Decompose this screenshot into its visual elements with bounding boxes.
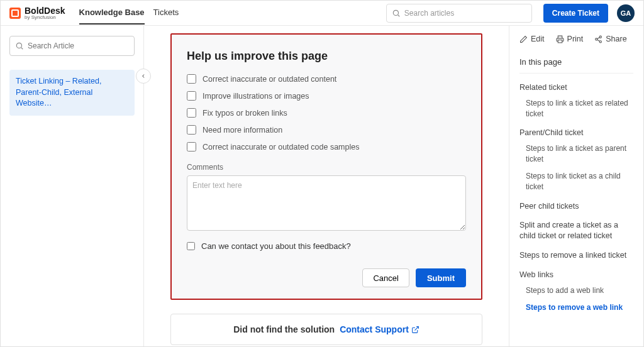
- svg-point-0: [393, 10, 398, 15]
- article-search-input[interactable]: [28, 41, 129, 50]
- feedback-option-label[interactable]: Correct inaccurate or outdated code samp…: [203, 143, 359, 151]
- edit-action[interactable]: Edit: [519, 35, 545, 43]
- support-lead-text: Did not find the solution: [233, 324, 335, 334]
- feedback-title: Help us improve this page: [187, 50, 466, 63]
- logo[interactable]: BoldDesk by Syncfusion: [9, 6, 65, 20]
- edit-icon: [519, 35, 528, 43]
- tab-knowledge-base[interactable]: Knowledge Base: [79, 1, 145, 25]
- avatar[interactable]: GA: [617, 4, 635, 22]
- toc-subitem-link-child[interactable]: Steps to link ticket as a child ticket: [526, 171, 633, 192]
- feedback-checkbox-typos[interactable]: [187, 108, 196, 118]
- comments-textarea[interactable]: [187, 175, 466, 231]
- article-search[interactable]: [9, 36, 135, 56]
- feedback-option-label[interactable]: Need more information: [203, 126, 282, 135]
- feedback-option-label[interactable]: Correct inaccurate or outdated content: [203, 75, 336, 84]
- svg-line-3: [21, 48, 23, 50]
- print-action[interactable]: Print: [556, 35, 584, 43]
- search-icon: [15, 41, 24, 50]
- left-sidebar: Ticket Linking – Related, Parent-Child, …: [1, 26, 144, 346]
- submit-button[interactable]: Submit: [416, 268, 466, 287]
- cancel-button[interactable]: Cancel: [362, 268, 409, 287]
- right-sidebar: Edit Print Share In this page Related ti…: [509, 26, 643, 346]
- chevron-left-icon: [140, 73, 147, 79]
- feedback-option-label[interactable]: Improve illustrations or images: [203, 92, 309, 101]
- page-actions: Edit Print Share: [519, 35, 633, 43]
- svg-point-8: [599, 40, 601, 42]
- toc-subitem-add-weblink[interactable]: Steps to add a web link: [526, 285, 633, 296]
- toc-subitem-link-parent[interactable]: Steps to link a ticket as parent ticket: [526, 143, 633, 165]
- comments-label: Comments: [187, 163, 466, 172]
- edit-label: Edit: [531, 35, 545, 43]
- feedback-option-row: Improve illustrations or images: [187, 91, 466, 101]
- feedback-option-row: Correct inaccurate or outdated content: [187, 74, 466, 84]
- contact-label[interactable]: Can we contact you about this feedback?: [201, 241, 351, 251]
- tab-tickets[interactable]: Tickets: [153, 1, 179, 25]
- print-label: Print: [567, 35, 584, 43]
- header: BoldDesk by Syncfusion Knowledge Base Ti…: [1, 1, 643, 26]
- toc-item-peerchild[interactable]: Peer child tickets: [519, 201, 633, 212]
- svg-rect-5: [558, 40, 562, 42]
- feedback-option-row: Correct inaccurate or outdated code samp…: [187, 142, 466, 151]
- global-search-input[interactable]: [404, 9, 526, 18]
- feedback-actions: Cancel Submit: [187, 268, 466, 287]
- contact-support-label: Contact Support: [340, 324, 409, 334]
- feedback-checkbox-moreinfo[interactable]: [187, 125, 196, 135]
- toc-subitem-link-related[interactable]: Steps to link a ticket as related ticket: [526, 98, 633, 119]
- share-icon: [594, 35, 602, 43]
- external-link-icon: [411, 326, 419, 334]
- toc-item-weblinks[interactable]: Web links: [519, 270, 633, 280]
- collapse-sidebar-button[interactable]: [136, 69, 151, 84]
- feedback-option-row: Need more information: [187, 125, 466, 135]
- feedback-option-label[interactable]: Fix typos or broken links: [203, 109, 287, 118]
- share-action[interactable]: Share: [594, 35, 626, 43]
- contact-option-row: Can we contact you about this feedback?: [187, 241, 466, 251]
- feedback-checkbox-inaccurate[interactable]: [187, 74, 196, 84]
- toc-item-parentchild[interactable]: Parent/Child ticket: [519, 128, 633, 138]
- contact-checkbox[interactable]: [187, 242, 195, 250]
- toc-subitem-remove-weblink[interactable]: Steps to remove a web link: [526, 302, 633, 313]
- main-content: Help us improve this page Correct inaccu…: [144, 26, 509, 346]
- contact-support-panel: Did not find the solution Contact Suppor…: [170, 314, 482, 345]
- feedback-panel: Help us improve this page Correct inaccu…: [170, 33, 482, 300]
- feedback-checkbox-illustrations[interactable]: [187, 91, 196, 101]
- toc-item-related[interactable]: Related ticket: [519, 82, 633, 93]
- print-icon: [556, 35, 564, 43]
- share-label: Share: [606, 35, 626, 43]
- svg-line-4: [414, 326, 418, 330]
- svg-point-2: [16, 43, 21, 48]
- nav-tabs: Knowledge Base Tickets: [79, 1, 179, 25]
- svg-line-1: [397, 14, 399, 16]
- search-icon: [392, 9, 401, 18]
- toc-item-split[interactable]: Split and create a ticket as a child tic…: [519, 220, 633, 241]
- svg-line-9: [597, 37, 600, 38]
- svg-line-10: [597, 40, 600, 41]
- article-list-item[interactable]: Ticket Linking – Related, Parent-Child, …: [9, 70, 135, 116]
- global-search[interactable]: [386, 4, 532, 23]
- brand-subtitle: by Syncfusion: [25, 15, 65, 20]
- logo-icon: [9, 8, 21, 19]
- svg-point-7: [596, 38, 597, 40]
- feedback-checkbox-codesamples[interactable]: [187, 142, 196, 151]
- contact-support-link[interactable]: Contact Support: [340, 324, 419, 334]
- toc-item-remove-linked[interactable]: Steps to remove a linked ticket: [519, 250, 633, 261]
- create-ticket-button[interactable]: Create Ticket: [543, 4, 608, 23]
- feedback-option-row: Fix typos or broken links: [187, 108, 466, 118]
- brand-name: BoldDesk: [25, 6, 65, 15]
- svg-point-6: [599, 36, 601, 38]
- toc-title: In this page: [519, 57, 633, 74]
